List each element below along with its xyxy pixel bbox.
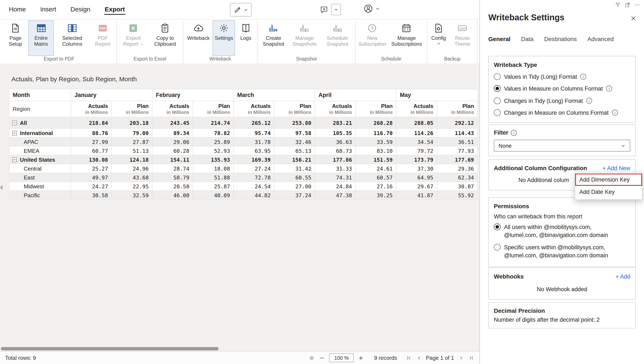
ribbon-tab-export[interactable]: Export xyxy=(104,4,125,15)
add-new-link[interactable]: + Add New xyxy=(602,165,630,171)
comment-add-icon[interactable] xyxy=(320,5,328,14)
cell-all-0[interactable]: 218.84 xyxy=(71,117,112,128)
info-icon[interactable] xyxy=(586,98,592,104)
cell-international-9[interactable]: 114.43 xyxy=(437,128,477,137)
radio-option-changes-in-tidy-long-format[interactable]: Changes in Tidy (Long) Format xyxy=(494,95,630,107)
panel-tab-data[interactable]: Data xyxy=(521,36,533,42)
ribbon-button-manage-subscriptions[interactable]: Manage Subscriptions xyxy=(388,20,425,56)
measure-header-april-plan[interactable]: Planin Millions xyxy=(356,101,396,117)
cell-east-0[interactable]: 49.97 xyxy=(71,173,112,182)
cell-apac-2[interactable]: 29.06 xyxy=(152,137,193,146)
measure-header-february-plan[interactable]: Planin Millions xyxy=(193,101,234,117)
measure-header-may-actuals[interactable]: Actualsin Millions xyxy=(396,101,437,117)
page-next-button[interactable] xyxy=(458,355,464,361)
cell-international-1[interactable]: 79.00 xyxy=(112,128,152,137)
measure-header-january-actuals[interactable]: Actualsin Millions xyxy=(71,101,112,117)
cell-pacific-1[interactable]: 32.59 xyxy=(112,191,152,200)
zoom-level-input[interactable]: 100 % xyxy=(329,354,354,362)
cell-pacific-3[interactable]: 40.09 xyxy=(193,191,234,200)
menu-item-add-dimension-key[interactable]: Add Dimension Key xyxy=(575,174,642,186)
row-label-midwest[interactable]: Midwest xyxy=(9,182,71,191)
row-label-united-states[interactable]: United States xyxy=(9,155,71,164)
column-header-february[interactable]: February xyxy=(152,89,234,101)
cell-international-0[interactable]: 88.76 xyxy=(71,128,112,137)
row-header-region[interactable]: Region xyxy=(9,101,71,117)
cell-emea-6[interactable]: 68.73 xyxy=(315,146,356,155)
cell-midwest-1[interactable]: 22.95 xyxy=(112,182,152,191)
cell-apac-7[interactable]: 33.59 xyxy=(356,137,396,146)
cell-international-5[interactable]: 97.58 xyxy=(274,128,315,137)
cell-apac-4[interactable]: 31.78 xyxy=(234,137,274,146)
column-header-march[interactable]: March xyxy=(234,89,315,101)
cell-midwest-7[interactable]: 27.16 xyxy=(356,182,396,191)
more-icon[interactable] xyxy=(634,2,640,8)
page-prev-button[interactable] xyxy=(416,355,422,361)
ribbon-button-entire-matrix[interactable]: Entire Matrix xyxy=(28,20,54,56)
cell-emea-0[interactable]: 60.77 xyxy=(71,146,112,155)
cell-emea-8[interactable]: 79.72 xyxy=(396,146,437,155)
column-header-may[interactable]: May xyxy=(396,89,477,101)
cell-midwest-6[interactable]: 24.84 xyxy=(315,182,356,191)
collapse-icon[interactable] xyxy=(12,130,17,135)
panel-tab-destinations[interactable]: Destinations xyxy=(544,36,577,42)
ribbon-button-copy-to-clipboard[interactable]: Copy to Clipboard xyxy=(149,20,181,56)
filter-icon[interactable] xyxy=(615,2,620,8)
cell-central-6[interactable]: 31.33 xyxy=(315,164,356,173)
cell-east-9[interactable]: 62.34 xyxy=(437,173,477,182)
horizontal-scrollbar[interactable] xyxy=(0,347,479,351)
cell-emea-3[interactable]: 52.93 xyxy=(193,146,234,155)
zoom-out-button[interactable] xyxy=(319,355,325,361)
annotate-button[interactable] xyxy=(230,3,252,16)
row-label-east[interactable]: East xyxy=(9,173,71,182)
cell-pacific-7[interactable]: 39.25 xyxy=(356,191,396,200)
cell-international-2[interactable]: 89.34 xyxy=(152,128,193,137)
ribbon-button-schedule-snapshot[interactable]: Schedule Snapshot xyxy=(321,20,353,56)
collapse-icon[interactable] xyxy=(12,157,17,162)
info-icon[interactable] xyxy=(511,130,517,136)
measure-header-march-plan[interactable]: Planin Millions xyxy=(274,101,315,117)
cell-east-1[interactable]: 43.68 xyxy=(112,173,152,182)
ribbon-button-manage-snapshots[interactable]: Manage Snapshots xyxy=(289,20,321,56)
cell-emea-5[interactable]: 65.13 xyxy=(274,146,315,155)
radio-option-changes-in-measure-on-columns-format[interactable]: Changes in Measure on Columns Format xyxy=(494,107,630,119)
cell-east-4[interactable]: 72.78 xyxy=(234,173,274,182)
cell-emea-4[interactable]: 63.95 xyxy=(234,146,274,155)
cell-apac-5[interactable]: 32.46 xyxy=(274,137,315,146)
ribbon-button-pdf-report[interactable]: PDFPDF Report xyxy=(91,20,115,56)
zoom-in-button[interactable] xyxy=(358,355,364,361)
cell-pacific-5[interactable]: 37.24 xyxy=(274,191,315,200)
radio-option-all-users-within-mobilitysys-com-lumel-com[interactable]: All users within @mobilitysys.com, @lume… xyxy=(494,221,630,241)
cell-all-4[interactable]: 265.12 xyxy=(234,117,274,128)
cell-emea-2[interactable]: 60.28 xyxy=(152,146,193,155)
close-icon[interactable] xyxy=(630,15,636,22)
info-icon[interactable] xyxy=(580,74,586,79)
cell-pacific-8[interactable]: 41.87 xyxy=(396,191,437,200)
cell-emea-9[interactable]: 77.93 xyxy=(437,146,477,155)
cell-international-4[interactable]: 95.74 xyxy=(234,128,274,137)
cell-apac-1[interactable]: 27.87 xyxy=(112,137,152,146)
cell-united-states-9[interactable]: 177.69 xyxy=(437,155,477,164)
info-icon[interactable] xyxy=(612,110,618,116)
row-label-central[interactable]: Central xyxy=(9,164,71,173)
cell-east-6[interactable]: 74.31 xyxy=(315,173,356,182)
ribbon-button-selected-columns[interactable]: Selected Columns xyxy=(55,20,90,56)
cell-all-9[interactable]: 292.12 xyxy=(437,117,477,128)
cell-pacific-9[interactable]: 55.92 xyxy=(437,191,477,200)
cell-united-states-3[interactable]: 135.93 xyxy=(193,155,234,164)
ribbon-button-new-subscription[interactable]: New Subscription xyxy=(357,20,387,56)
measure-header-january-plan[interactable]: Planin Millions xyxy=(112,101,152,117)
ribbon-button-config[interactable]: Config xyxy=(429,20,448,56)
panel-tab-general[interactable]: General xyxy=(488,36,510,42)
ribbon-button-reuse-theme[interactable]: JSONReuse Theme xyxy=(449,20,476,56)
radio-option-specific-users-within-mobilitysys-com-lume[interactable]: Specific users within @mobilitysys.com, … xyxy=(494,241,630,262)
radio-option-values-in-tidy-long-format[interactable]: Values in Tidy (Long) Format xyxy=(494,71,630,83)
cell-apac-0[interactable]: 27.99 xyxy=(71,137,112,146)
cell-midwest-2[interactable]: 20.58 xyxy=(152,182,193,191)
cell-united-states-4[interactable]: 169.39 xyxy=(234,155,274,164)
ribbon-tab-insert[interactable]: Insert xyxy=(40,4,57,15)
ribbon-button-logs[interactable]: Logs xyxy=(236,20,256,56)
cell-international-3[interactable]: 78.82 xyxy=(193,128,234,137)
cell-apac-8[interactable]: 34.54 xyxy=(396,137,437,146)
cell-international-8[interactable]: 114.26 xyxy=(396,128,437,137)
measure-header-may-plan[interactable]: Planin Millions xyxy=(437,101,477,117)
